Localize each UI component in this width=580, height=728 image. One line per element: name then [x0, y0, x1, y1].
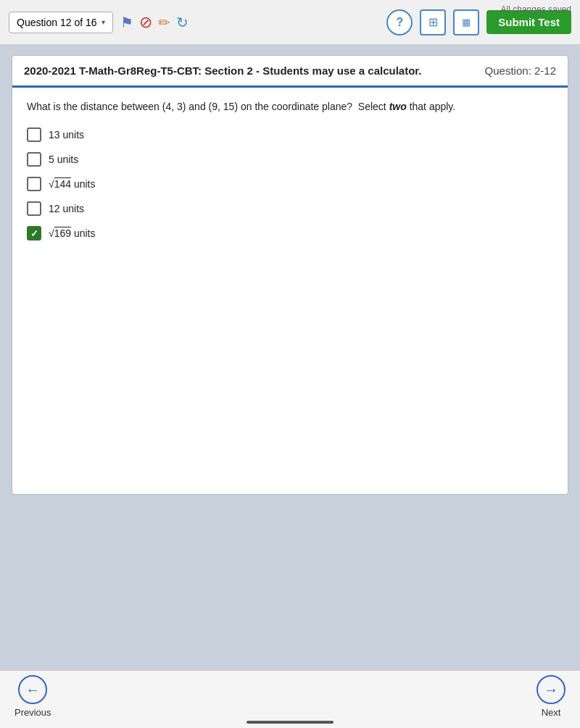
toolbar-icons: ⚑ ⊘ ✏ ↻ [120, 13, 188, 32]
top-bar: Question 12 of 16 ▾ ⚑ ⊘ ✏ ↻ ? ⊞ ▦ Submit… [0, 0, 580, 45]
choice-b[interactable]: 5 units [27, 152, 553, 167]
choice-a-label: 13 units [49, 129, 84, 141]
choice-b-label: 5 units [49, 154, 78, 165]
previous-circle-icon: ← [18, 675, 47, 704]
question-dropdown[interactable]: Question 12 of 16 ▾ [9, 12, 113, 33]
question-label: Question 12 of 16 [17, 17, 97, 28]
toolbar-left: Question 12 of 16 ▾ ⚑ ⊘ ✏ ↻ [9, 12, 188, 33]
section-title: 2020-2021 T-Math-Gr8Reg-T5-CBT: Section … [24, 64, 422, 77]
checkbox-e[interactable] [27, 226, 41, 240]
checkbox-c[interactable] [27, 177, 41, 191]
choice-d[interactable]: 12 units [27, 201, 553, 216]
question-card-header: 2020-2021 T-Math-Gr8Reg-T5-CBT: Section … [12, 56, 568, 88]
choice-e-label: √169 units [49, 227, 96, 239]
refresh-icon[interactable]: ↻ [176, 14, 188, 31]
question-card: 2020-2021 T-Math-Gr8Reg-T5-CBT: Section … [12, 55, 568, 495]
calculator-button[interactable]: ⊞ [420, 9, 446, 35]
next-circle-icon: → [536, 675, 566, 704]
card-spacer [27, 251, 553, 482]
choice-d-label: 12 units [49, 203, 84, 214]
home-indicator [246, 721, 334, 724]
help-button[interactable]: ? [386, 9, 413, 35]
choice-c-label: √144 units [49, 178, 96, 190]
no-icon[interactable]: ⊘ [139, 13, 152, 32]
next-button[interactable]: → Next [536, 675, 566, 718]
sqrt-169: √169 [49, 227, 71, 239]
flag-icon[interactable]: ⚑ [120, 14, 133, 31]
grid-icon: ▦ [462, 17, 471, 28]
chevron-down-icon: ▾ [102, 18, 105, 26]
next-label: Next [542, 707, 561, 718]
choice-a[interactable]: 13 units [27, 127, 553, 142]
previous-label: Previous [14, 707, 51, 718]
content-area: 2020-2021 T-Math-Gr8Reg-T5-CBT: Section … [0, 45, 580, 728]
grid-button[interactable]: ▦ [453, 9, 479, 35]
choice-e[interactable]: √169 units [27, 226, 553, 240]
pencil-icon[interactable]: ✏ [158, 14, 170, 31]
question-text: What is the distance between (4, 3) and … [27, 99, 553, 114]
choice-c[interactable]: √144 units [27, 177, 553, 191]
calculator-icon: ⊞ [428, 15, 438, 29]
previous-button[interactable]: ← Previous [14, 675, 51, 718]
bottom-nav: ← Previous → Next [0, 670, 580, 728]
checkbox-d[interactable] [27, 201, 41, 216]
save-status: All changes saved [501, 4, 571, 14]
question-number: Question: 2-12 [485, 64, 556, 77]
checkbox-a[interactable] [27, 127, 41, 142]
sqrt-144: √144 [49, 178, 71, 190]
question-body: What is the distance between (4, 3) and … [12, 88, 568, 494]
checkbox-b[interactable] [27, 152, 41, 167]
help-icon: ? [396, 16, 403, 29]
